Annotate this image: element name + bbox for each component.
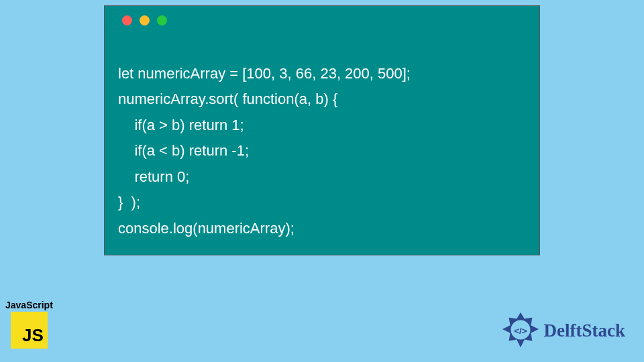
js-icon-text: JS (22, 325, 44, 346)
svg-text:</>: </> (514, 326, 527, 336)
code-line: if(a < b) return -1; (118, 142, 249, 159)
delftstack-symbol-icon: </> (501, 311, 540, 350)
brand-name: DelftStack (544, 320, 625, 341)
minimize-dot-icon (140, 15, 150, 25)
code-content: let numericArray = [100, 3, 66, 23, 200,… (118, 35, 526, 241)
maximize-dot-icon (157, 15, 167, 25)
js-icon: JS (11, 312, 48, 349)
close-dot-icon (122, 15, 132, 25)
code-line: } ); (118, 194, 140, 210)
code-line: if(a > b) return 1; (118, 117, 244, 133)
delftstack-logo: </> DelftStack (501, 311, 625, 350)
code-line: numericArray.sort( function(a, b) { (118, 90, 337, 107)
code-line: let numericArray = [100, 3, 66, 23, 200,… (118, 65, 411, 82)
code-line: console.log(numericArray); (118, 220, 294, 237)
code-line: return 0; (118, 168, 189, 185)
code-block: let numericArray = [100, 3, 66, 23, 200,… (104, 5, 540, 255)
javascript-badge: JavaScript JS (5, 300, 53, 349)
js-label: JavaScript (5, 300, 53, 310)
window-controls (122, 15, 526, 25)
